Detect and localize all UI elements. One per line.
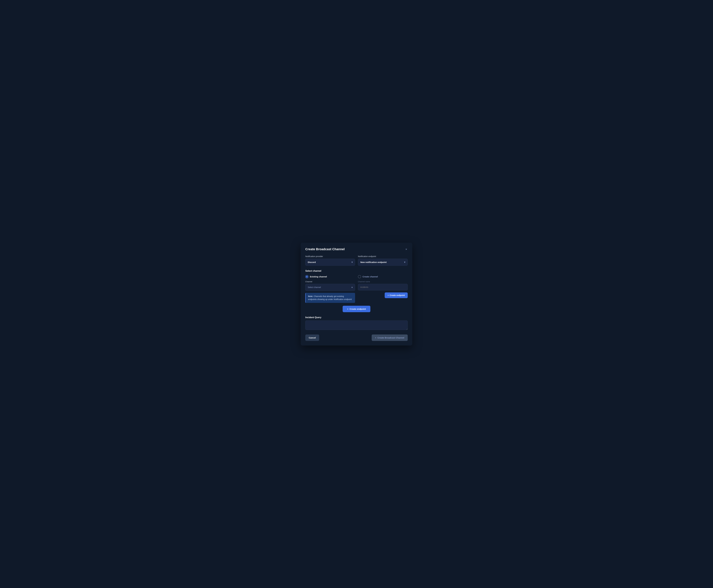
- create-endpoint-center-button[interactable]: + Create endpoint: [343, 306, 370, 312]
- note-bold-text: Note:: [308, 295, 313, 297]
- existing-channel-radio-label[interactable]: Existing channel: [305, 275, 355, 278]
- create-endpoint-center-container: + Create endpoint: [305, 306, 408, 312]
- notification-provider-label: Notification provider: [305, 255, 355, 257]
- select-channel-title: Select channel: [305, 270, 408, 272]
- modal-container: Create Broadcast Channel × Notification …: [301, 243, 412, 345]
- notification-endpoint-chevron: ▾: [404, 261, 405, 264]
- channel-field-label: Channel: [305, 280, 355, 283]
- create-endpoint-center-plus: +: [347, 308, 348, 310]
- create-endpoint-center-label: Create endpoint: [349, 308, 366, 310]
- channel-name-input[interactable]: [358, 284, 408, 290]
- existing-channel-radio[interactable]: [305, 275, 308, 278]
- notification-endpoint-group: Notification endpoint New notification e…: [358, 255, 408, 266]
- select-channel-dropdown[interactable]: Select channel ▾: [305, 284, 355, 291]
- modal-header: Create Broadcast Channel ×: [305, 247, 408, 251]
- notification-provider-chevron: ▾: [351, 261, 353, 264]
- incident-query-input[interactable]: [305, 320, 408, 330]
- notification-provider-group: Notification provider Discord ▾: [305, 255, 355, 266]
- channel-options-row: Existing channel Channel Select channel …: [305, 275, 408, 303]
- create-endpoint-right-plus: +: [388, 294, 389, 296]
- notification-endpoint-value: New notification endpoint: [360, 261, 387, 264]
- create-broadcast-label: Create Broadcast Channel: [377, 336, 404, 339]
- select-channel-chevron: ▾: [351, 286, 353, 289]
- notification-endpoint-label: Notification endpoint: [358, 255, 408, 257]
- existing-channel-option: Existing channel Channel Select channel …: [305, 275, 355, 303]
- create-channel-radio[interactable]: [358, 275, 361, 278]
- provider-endpoint-row: Notification provider Discord ▾ Notifica…: [305, 255, 408, 266]
- modal-footer: Cancel + Create Broadcast Channel: [305, 335, 408, 341]
- modal-title: Create Broadcast Channel: [305, 247, 345, 251]
- create-channel-radio-label[interactable]: Create channel: [358, 275, 408, 278]
- create-channel-label-text: Create channel: [363, 275, 378, 278]
- create-channel-option: Create channel Channel name + Create end…: [358, 275, 408, 303]
- channel-name-label: Channel name: [358, 280, 408, 283]
- close-button[interactable]: ×: [405, 247, 408, 251]
- incident-query-label: Incident Query: [305, 316, 408, 319]
- create-broadcast-plus: +: [375, 336, 376, 339]
- notification-provider-value: Discord: [308, 261, 316, 264]
- cancel-button[interactable]: Cancel: [305, 335, 319, 341]
- existing-channel-label-text: Existing channel: [310, 275, 327, 278]
- note-box: Note: Channels that already got existing…: [305, 293, 355, 303]
- create-endpoint-right-label: Create endpoint: [390, 294, 405, 296]
- select-channel-section: Select channel Existing channel Channel …: [305, 270, 408, 312]
- create-broadcast-button[interactable]: + Create Broadcast Channel: [372, 335, 408, 341]
- select-channel-placeholder: Select channel: [308, 286, 321, 289]
- notification-endpoint-dropdown[interactable]: New notification endpoint ▾: [358, 259, 408, 266]
- note-italic-text: Notification endpoint: [333, 298, 352, 300]
- create-endpoint-right-button[interactable]: + Create endpoint: [385, 292, 408, 298]
- notification-provider-dropdown[interactable]: Discord ▾: [305, 259, 355, 266]
- incident-query-section: Incident Query: [305, 316, 408, 331]
